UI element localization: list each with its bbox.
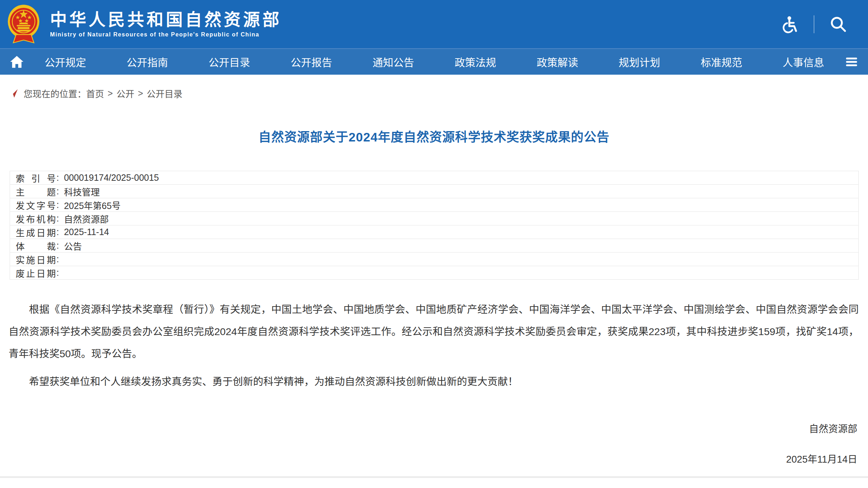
meta-row-document-number: 发文字号: 2025年第65号: [10, 198, 858, 212]
meta-row-created-date: 生成日期: 2025-11-14: [10, 225, 858, 239]
meta-colon: :: [56, 200, 59, 210]
meta-label: 索引号: [16, 171, 56, 184]
article-paragraph: 根据《自然资源科学技术奖章程（暂行）》有关规定，中国土地学会、中国地质学会、中国…: [9, 298, 859, 365]
site-header: 中华人民共和国自然资源部 Ministry of Natural Resourc…: [0, 0, 868, 48]
document-meta-table: 索引号: 000019174/2025-00015 主题: 科技管理 发文字号:…: [10, 171, 859, 280]
site-titles: 中华人民共和国自然资源部 Ministry of Natural Resourc…: [50, 10, 282, 38]
signature-date: 2025年11月14日: [0, 452, 857, 465]
breadcrumb-separator: >: [138, 88, 143, 99]
meta-value: 000019174/2025-00015: [64, 173, 159, 183]
accessibility-icon[interactable]: [781, 15, 799, 33]
meta-value: 自然资源部: [64, 212, 109, 225]
meta-colon: :: [56, 186, 59, 196]
site-title: 中华人民共和国自然资源部: [50, 10, 282, 29]
nav-item-gongkai-zhinan[interactable]: 公开指南: [106, 54, 188, 69]
nav-item-zhengce-jiedu[interactable]: 政策解读: [516, 54, 598, 69]
breadcrumb-separator: >: [108, 88, 113, 99]
meta-colon: :: [56, 227, 59, 237]
nav-item-tongzhi-gonggao[interactable]: 通知公告: [352, 54, 434, 69]
national-emblem-logo[interactable]: [6, 4, 41, 45]
breadcrumb: 您现在的位置： 首页 > 公开 > 公开目录: [9, 87, 868, 100]
meta-row-topic: 主题: 科技管理: [10, 185, 858, 198]
meta-label: 发布机构: [16, 212, 56, 225]
breadcrumb-prefix: 您现在的位置：: [24, 87, 86, 100]
meta-label: 实施日期: [16, 253, 56, 266]
meta-label: 体裁: [16, 239, 56, 252]
meta-row-index-number: 索引号: 000019174/2025-00015: [10, 171, 858, 185]
article-title: 自然资源部关于2024年度自然资源科学技术奖获奖成果的公告: [0, 127, 868, 145]
section-divider: [0, 476, 868, 478]
article-paragraph: 希望获奖单位和个人继续发扬求真务实、勇于创新的科学精神，为推动自然资源科技创新做…: [9, 370, 859, 393]
nav-item-zhengce-fagui[interactable]: 政策法规: [434, 54, 516, 69]
header-actions: [781, 15, 847, 33]
meta-label: 发文字号: [16, 199, 56, 211]
header-divider: [814, 15, 814, 33]
main-nav: 公开规定 公开指南 公开目录 公开报告 通知公告 政策法规 政策解读 规划计划 …: [0, 48, 868, 75]
meta-label: 生成日期: [16, 226, 56, 239]
home-icon[interactable]: [9, 54, 24, 69]
meta-value: 科技管理: [64, 185, 100, 198]
signature-organization: 自然资源部: [0, 421, 857, 435]
breadcrumb-gongkai[interactable]: 公开: [117, 87, 134, 100]
meta-colon: :: [56, 268, 59, 278]
meta-value: 公告: [64, 239, 82, 252]
meta-colon: :: [56, 254, 59, 264]
national-emblem-icon: [6, 40, 41, 46]
nav-item-renshi-xinxi[interactable]: 人事信息: [763, 54, 844, 69]
menu-hamburger-icon[interactable]: [844, 55, 859, 69]
meta-value: 2025年第65号: [64, 199, 120, 211]
article-body: 根据《自然资源科学技术奖章程（暂行）》有关规定，中国土地学会、中国地质学会、中国…: [9, 298, 859, 393]
meta-row-genre: 体裁: 公告: [10, 239, 858, 253]
nav-item-gongkai-mulu[interactable]: 公开目录: [188, 54, 270, 69]
nav-item-gongkai-baogao[interactable]: 公开报告: [270, 54, 352, 69]
nav-item-gongkai-guiding[interactable]: 公开规定: [24, 54, 106, 69]
meta-value: 2025-11-14: [64, 227, 109, 237]
site-subtitle: Ministry of Natural Resources of the Peo…: [50, 31, 282, 38]
meta-label: 主题: [16, 185, 56, 198]
nav-item-biaozhun-guifan[interactable]: 标准规范: [680, 54, 762, 69]
location-arrow-icon: [9, 88, 19, 98]
breadcrumb-home[interactable]: 首页: [86, 87, 104, 100]
nav-item-guihua-jihua[interactable]: 规划计划: [598, 54, 680, 69]
meta-row-repeal-date: 废止日期:: [10, 266, 858, 280]
meta-label: 废止日期: [16, 267, 56, 279]
signature-block: 自然资源部 2025年11月14日: [0, 421, 857, 465]
meta-row-issuing-agency: 发布机构: 自然资源部: [10, 212, 858, 225]
breadcrumb-gongkai-mulu[interactable]: 公开目录: [147, 87, 182, 100]
meta-colon: :: [56, 173, 59, 183]
search-icon[interactable]: [829, 15, 847, 33]
meta-colon: :: [56, 240, 59, 251]
meta-colon: :: [56, 213, 59, 224]
meta-row-effective-date: 实施日期:: [10, 253, 858, 266]
